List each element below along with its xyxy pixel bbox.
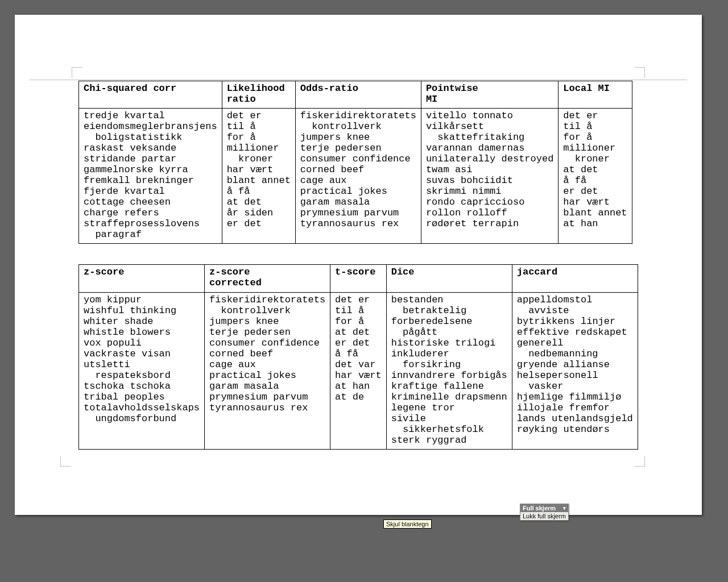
- fullscreen-title-label: Full skjerm: [523, 505, 556, 512]
- collocation-entry-continuation: kroner: [563, 153, 627, 164]
- fullscreen-title[interactable]: Full skjerm ▾: [520, 504, 568, 512]
- collocation-entry: rødøret terrapin: [426, 218, 553, 229]
- collocation-entry: fiskeridirektoratets: [300, 110, 416, 121]
- collocation-entry: til å: [227, 121, 291, 132]
- collocation-entry: å få: [563, 175, 627, 186]
- collocation-entry: fiskeridirektoratets: [209, 294, 325, 305]
- collocation-entry: skrimmi nimmi: [426, 186, 553, 197]
- table2-cell: det ertil åfor åat deter detå fådet varh…: [330, 292, 387, 449]
- collocation-entry: varannan damernas: [426, 143, 553, 153]
- collocation-entry-continuation: vasker: [517, 381, 633, 392]
- collocation-entry: charge refers: [84, 207, 217, 218]
- collocation-entry: for å: [335, 316, 382, 327]
- table2-header: jaccard: [512, 265, 638, 292]
- collocation-entry: lands utenlandsgjeld: [517, 413, 633, 424]
- collocation-entry: å få: [335, 348, 382, 359]
- collocation-entry: for å: [227, 132, 291, 143]
- collocation-entry: kraftige fallene: [391, 381, 507, 392]
- collocation-entry: whistle blowers: [84, 327, 200, 338]
- collocation-entry: unilaterally destroyed: [426, 153, 553, 164]
- collocation-entry: garam masala: [300, 197, 416, 207]
- collocation-entry: sterk ryggrad: [391, 435, 507, 446]
- collocation-entry: til å: [335, 305, 382, 316]
- collocation-entry-continuation: boligstatistikk: [84, 132, 217, 143]
- collocation-entry-continuation: betraktelig: [391, 305, 507, 316]
- collocation-entry: wishful thinking: [84, 305, 200, 316]
- collocation-entry: at det: [335, 327, 382, 338]
- collocation-entry: er det: [227, 218, 291, 229]
- collocation-entry-continuation: sikkerhetsfolk: [391, 424, 507, 435]
- collocation-entry: det er: [563, 110, 627, 121]
- collocation-entry: cage aux: [209, 359, 325, 370]
- table2-cell: fiskeridirektoratetskontrollverkjumpers …: [205, 292, 330, 449]
- collocation-entry: har vært: [227, 164, 291, 175]
- tooltip-hide-whitespace: Skjul blanktegn: [383, 519, 432, 529]
- table2-header: z-scorecorrected: [205, 265, 330, 292]
- collocation-entry: at han: [335, 381, 382, 392]
- collocation-entry: vox populi: [84, 338, 200, 348]
- table1-header: Local MI: [559, 81, 632, 109]
- collocation-entry: prymnesium parvum: [209, 392, 325, 402]
- collocation-entry: at det: [227, 197, 291, 207]
- fullscreen-dropdown[interactable]: Full skjerm ▾ Lukk full skjerm: [520, 504, 569, 521]
- close-fullscreen-item[interactable]: Lukk full skjerm: [520, 512, 568, 520]
- collocation-entry: røyking utendørs: [517, 424, 633, 435]
- collocation-entry: millioner: [227, 143, 291, 153]
- collocation-entry: millioner: [563, 143, 627, 153]
- collocation-entry: at han: [563, 218, 627, 229]
- tables-container: Chi-squared corrLikelihoodratioOdds-rati…: [78, 81, 638, 470]
- collocation-entry: vackraste visan: [84, 348, 200, 359]
- collocation-entry: corned beef: [209, 348, 325, 359]
- collocation-entry: prymnesium parvum: [300, 207, 416, 218]
- table2-cell: bestandenbetrakteligforberedelsenepågått…: [386, 292, 512, 449]
- collocation-entry: bytrikkens linjer: [517, 316, 633, 327]
- table-associations-1: Chi-squared corrLikelihoodratioOdds-rati…: [78, 81, 632, 244]
- margin-mark-tr: [634, 67, 645, 78]
- document-page: Chi-squared corrLikelihoodratioOdds-rati…: [15, 15, 702, 515]
- collocation-entry: innvandrere forbigås: [391, 370, 507, 381]
- collocation-entry: tschoka tschoka: [84, 381, 200, 392]
- collocation-entry: det var: [335, 359, 382, 370]
- collocation-entry: har vært: [563, 197, 627, 207]
- collocation-entry: suvas bohciidit: [426, 175, 553, 186]
- margin-mark-bl: [60, 456, 71, 467]
- collocation-entry-continuation: avviste: [517, 305, 633, 316]
- table1-cell: tredje kvartaleiendomsmeglerbransjensbol…: [79, 109, 222, 244]
- collocation-entry: gammelnorske kyrra: [84, 164, 217, 175]
- collocation-entry: blant annet: [563, 207, 627, 218]
- margin-mark-tl: [72, 67, 82, 78]
- collocation-entry-continuation: ungdomsforbund: [84, 413, 200, 424]
- collocation-entry: straffeprosesslovens: [84, 218, 217, 229]
- table1-header: Odds-ratio: [295, 81, 421, 109]
- collocation-entry: år siden: [227, 207, 291, 218]
- collocation-entry: det er: [335, 294, 382, 305]
- collocation-entry: generell: [517, 338, 633, 348]
- collocation-entry: cage aux: [300, 175, 416, 186]
- table1-cell: det ertil åfor åmillionerkronerat detå f…: [559, 109, 632, 244]
- chevron-down-icon: ▾: [563, 505, 566, 511]
- collocation-entry: whiter shade: [84, 316, 200, 327]
- collocation-entry: cottage cheesen: [84, 197, 217, 207]
- collocation-entry: gryende allianse: [517, 359, 633, 370]
- collocation-entry: eiendomsmeglerbransjens: [84, 121, 217, 132]
- collocation-entry: er det: [563, 186, 627, 197]
- collocation-entry: at det: [563, 164, 627, 175]
- collocation-entry: corned beef: [300, 164, 416, 175]
- collocation-entry-continuation: forsikring: [391, 359, 507, 370]
- table-associations-2: z-scorez-scorecorrectedt-scoreDicejaccar…: [78, 264, 638, 450]
- table1-header: Chi-squared corr: [79, 81, 222, 109]
- collocation-entry: utsletti: [84, 359, 200, 370]
- table2-header: z-score: [79, 265, 205, 292]
- collocation-entry: raskast veksande: [84, 143, 217, 153]
- collocation-entry: totalavholdsselskaps: [84, 402, 200, 413]
- collocation-entry: jumpers knee: [300, 132, 416, 143]
- collocation-entry: practical jokes: [209, 370, 325, 381]
- collocation-entry-continuation: kroner: [227, 153, 291, 164]
- collocation-entry: terje pedersen: [209, 327, 325, 338]
- collocation-entry: jumpers knee: [209, 316, 325, 327]
- collocation-entry: bestanden: [391, 294, 507, 305]
- collocation-entry: legene tror: [391, 402, 507, 413]
- collocation-entry: appelldomstol: [517, 294, 633, 305]
- collocation-entry: consumer confidence: [300, 153, 416, 164]
- collocation-entry: for å: [563, 132, 627, 143]
